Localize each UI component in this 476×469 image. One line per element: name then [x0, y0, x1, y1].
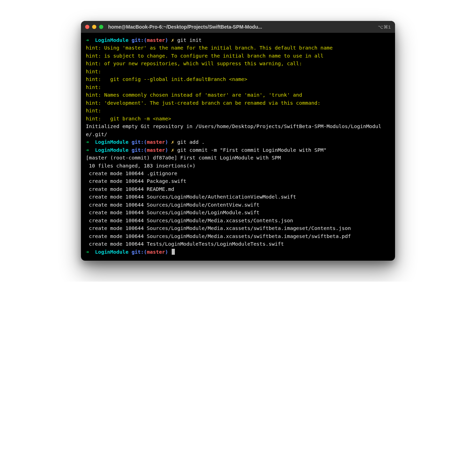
hint-line: hint:: [86, 69, 101, 74]
command-git-init: git init: [177, 37, 202, 43]
hint-line: hint: Names commonly chosen instead of '…: [86, 92, 302, 98]
hint-line: hint: is subject to change. To configure…: [86, 53, 323, 59]
commit-output: create mode 100644 Sources/LoginModule/M…: [86, 218, 293, 223]
zoom-icon[interactable]: [99, 25, 103, 29]
commit-output: create mode 100644 Package.swift: [86, 178, 186, 184]
window-title: home@MacBook-Pro-6:~/Desktop/Projects/Sw…: [108, 24, 378, 30]
prompt-arrow-icon: ➜: [86, 37, 89, 43]
git-dirty-icon: ✗: [171, 147, 174, 153]
hint-line: hint: 'development'. The just-created br…: [86, 100, 320, 106]
traffic-lights: [85, 25, 103, 29]
prompt-dir: LoginModule: [95, 139, 128, 145]
commit-output: [master (root-commit) df87a0e] First com…: [86, 155, 281, 161]
shortcut-indicator: ⌥⌘1: [378, 24, 391, 30]
commit-output: create mode 100644 Sources/LoginModule/A…: [86, 194, 296, 200]
init-output: Initialized empty Git repository in /Use…: [86, 124, 381, 137]
hint-line: hint: Using 'master' as the name for the…: [86, 45, 333, 51]
git-label: git:(master): [132, 249, 168, 255]
git-label: git:(master): [132, 147, 168, 153]
prompt-dir: LoginModule: [95, 147, 128, 153]
commit-output: create mode 100644 Sources/LoginModule/M…: [86, 225, 351, 231]
prompt-line-3: ➜ LoginModule git:(master) ✗ git commit …: [86, 146, 390, 154]
hint-line: hint: of your new repositories, which wi…: [86, 61, 302, 66]
git-label: git:(master): [132, 37, 168, 43]
hint-line: hint:: [86, 108, 101, 113]
prompt-arrow-icon: ➜: [86, 139, 89, 145]
git-branch: master: [147, 249, 165, 255]
prompt-dir: LoginModule: [95, 37, 128, 43]
cursor-icon: [172, 249, 175, 255]
terminal-window: home@MacBook-Pro-6:~/Desktop/Projects/Sw…: [81, 21, 395, 261]
commit-output: create mode 100644 .gitignore: [86, 171, 177, 176]
command-git-add: git add .: [177, 139, 205, 145]
prompt-line-2: ➜ LoginModule git:(master) ✗ git add .: [86, 138, 390, 146]
minimize-icon[interactable]: [92, 25, 96, 29]
hint-line: hint:: [86, 84, 101, 90]
terminal-body[interactable]: ➜ LoginModule git:(master) ✗ git inithin…: [81, 33, 395, 261]
command-git-commit: git commit -m "First commit LoginModule …: [177, 147, 327, 153]
hint-line: hint: git branch -m <name>: [86, 116, 171, 121]
git-dirty-icon: ✗: [171, 139, 174, 145]
commit-output: 10 files changed, 183 insertions(+): [86, 163, 195, 169]
prompt-arrow-icon: ➜: [86, 249, 89, 255]
hint-line: hint: git config --global init.defaultBr…: [86, 76, 247, 82]
commit-output: create mode 100644 README.md: [86, 186, 174, 192]
titlebar: home@MacBook-Pro-6:~/Desktop/Projects/Sw…: [81, 21, 395, 33]
commit-output: create mode 100644 Sources/LoginModule/M…: [86, 233, 351, 239]
commit-output: create mode 100644 Sources/LoginModule/C…: [86, 202, 260, 208]
prompt-line-1: ➜ LoginModule git:(master) ✗ git init: [86, 36, 390, 44]
prompt-arrow-icon: ➜: [86, 147, 89, 153]
prompt-line-4: ➜ LoginModule git:(master): [86, 248, 390, 256]
git-branch: master: [147, 139, 165, 145]
git-dirty-icon: ✗: [171, 37, 174, 43]
commit-output: create mode 100644 Sources/LoginModule/L…: [86, 210, 260, 215]
git-branch: master: [147, 37, 165, 43]
prompt-dir: LoginModule: [95, 249, 128, 255]
commit-output: create mode 100644 Tests/LoginModuleTest…: [86, 241, 284, 247]
git-branch: master: [147, 147, 165, 153]
close-icon[interactable]: [85, 25, 89, 29]
git-label: git:(master): [132, 139, 168, 145]
